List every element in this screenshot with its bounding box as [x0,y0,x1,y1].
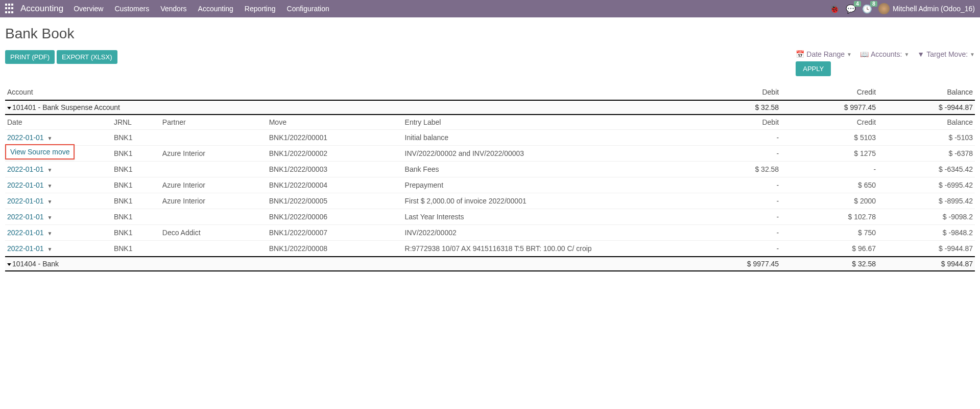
target-move-filter[interactable]: ▼ Target Move: ▼ [917,50,975,58]
nav-reporting[interactable]: Reporting [245,5,276,13]
calendar-icon: 📅 [796,50,804,58]
col-account: Account [5,84,684,100]
account-row[interactable]: 101401 - Bank Suspense Account $ 32.58 $… [5,100,975,115]
table-row: 2022-01-01 ▼BNK1BNK1/2022/00008R:9772938… [5,241,975,257]
table-row: 2022-01-01 ▼BNK1BNK1/2022/00003Bank Fees… [5,162,975,177]
date-dropdown[interactable]: 2022-01-01 ▼ [7,213,52,221]
user-menu[interactable]: Mitchell Admin (Odoo_16) [878,3,975,14]
account-row[interactable]: 101404 - Bank $ 9977.45 $ 32.58 $ 9944.8… [5,257,975,271]
caret-down-icon: ▼ [47,199,53,204]
date-dropdown[interactable]: 2022-01-01 ▼ [7,133,52,142]
filter-icon: ▼ [917,50,924,58]
toolbar: PRINT (PDF) EXPORT (XLSX) 📅 Date Range ▼… [5,50,975,76]
bug-icon[interactable]: 🐞 [829,4,840,14]
activities-badge: 8 [870,1,877,7]
caret-down-icon: ▼ [47,183,53,189]
activities-icon[interactable]: 🕓8 [862,4,872,14]
caret-down-icon: ▼ [904,52,909,57]
brand-label[interactable]: Accounting [20,4,63,14]
apps-icon[interactable] [5,4,15,14]
top-nav: Accounting Overview Customers Vendors Ac… [0,0,980,17]
view-source-move-menu[interactable]: View Source move [5,144,75,160]
date-range-filter[interactable]: 📅 Date Range ▼ [796,50,852,58]
caret-down-icon: ▼ [47,246,53,252]
col-credit: Credit [781,84,878,100]
user-name: Mitchell Admin (Odoo_16) [893,5,975,13]
accounts-filter[interactable]: 📖 Accounts: ▼ [860,50,909,58]
table-row: View Source moveBNK1Azure InteriorBNK1/2… [5,146,975,162]
table-row: 2022-01-01 ▼BNK1Azure InteriorBNK1/2022/… [5,193,975,209]
nav-vendors[interactable]: Vendors [160,5,186,13]
collapse-icon [7,263,11,266]
table-row: 2022-01-01 ▼BNK1Azure InteriorBNK1/2022/… [5,177,975,193]
nav-configuration[interactable]: Configuration [287,5,329,13]
date-dropdown[interactable]: 2022-01-01 ▼ [7,165,52,173]
table-row: 2022-01-01 ▼BNK1BNK1/2022/00001Initial b… [5,130,975,146]
avatar [878,3,890,14]
nav-overview[interactable]: Overview [74,5,103,13]
nav-menu: Overview Customers Vendors Accounting Re… [74,5,329,13]
nav-customers[interactable]: Customers [114,5,149,13]
report-table: Account Debit Credit Balance 101401 - Ba… [5,84,975,271]
caret-down-icon: ▼ [47,215,53,220]
date-dropdown[interactable]: 2022-01-01 ▼ [7,229,52,237]
collapse-icon [7,107,11,109]
date-dropdown[interactable]: 2022-01-01 ▼ [7,181,52,189]
date-dropdown[interactable]: 2022-01-01 ▼ [7,244,52,253]
col-balance: Balance [878,84,975,100]
messages-icon[interactable]: 💬4 [846,4,856,14]
date-dropdown[interactable]: 2022-01-01 ▼ [7,197,52,205]
book-icon: 📖 [860,50,869,58]
caret-down-icon: ▼ [47,135,53,141]
table-row: 2022-01-01 ▼BNK1Deco AddictBNK1/2022/000… [5,225,975,241]
table-row: 2022-01-01 ▼BNK1BNK1/2022/00006Last Year… [5,209,975,225]
caret-down-icon: ▼ [47,231,53,236]
lines-header-row: Date JRNL Partner Move Entry Label Debit… [5,115,975,130]
caret-down-icon: ▼ [847,52,852,57]
print-pdf-button[interactable]: PRINT (PDF) [5,50,55,64]
messages-badge: 4 [854,1,861,7]
col-debit: Debit [684,84,781,100]
export-xlsx-button[interactable]: EXPORT (XLSX) [57,50,117,64]
nav-right: 🐞 💬4 🕓8 Mitchell Admin (Odoo_16) [829,3,975,14]
apply-button[interactable]: APPLY [796,61,831,76]
caret-down-icon: ▼ [47,167,53,173]
account-header-row: Account Debit Credit Balance [5,84,975,100]
caret-down-icon: ▼ [970,52,975,57]
nav-accounting[interactable]: Accounting [198,5,233,13]
page-title: Bank Book [5,26,975,42]
